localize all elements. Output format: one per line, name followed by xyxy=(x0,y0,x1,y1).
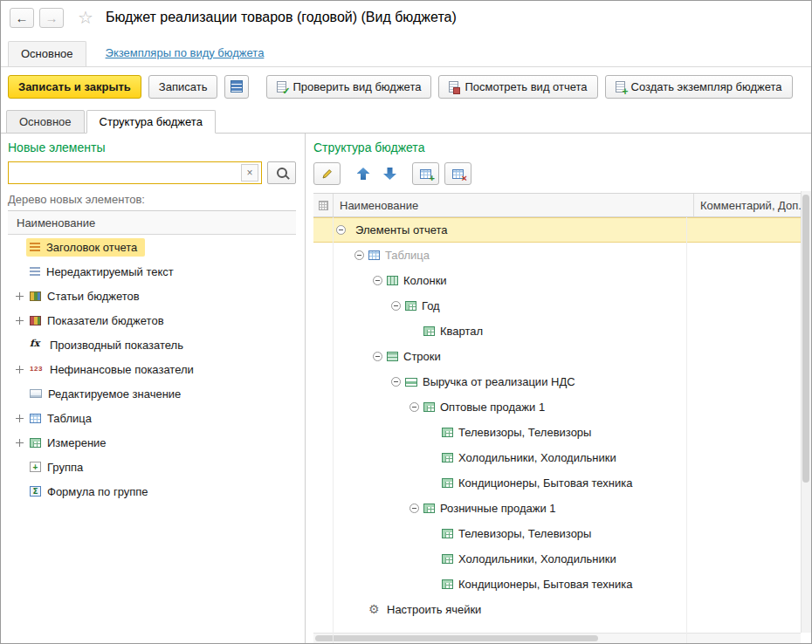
document-view-icon xyxy=(449,81,458,92)
new-elements-title: Новые элементы xyxy=(8,140,296,154)
tab-main[interactable]: Основное xyxy=(6,110,85,134)
expander-slot xyxy=(13,317,26,325)
create-instance-button[interactable]: Создать экземпляр бюджета xyxy=(605,75,793,99)
scrollbar-thumb[interactable] xyxy=(802,195,809,483)
nav-tab-main[interactable]: Основное xyxy=(8,41,86,66)
view-report-button[interactable]: Посмотреть вид отчета xyxy=(438,75,597,99)
icon-column-header[interactable] xyxy=(313,194,334,216)
favorite-star-icon[interactable]: ☆ xyxy=(78,9,93,26)
collapse-minus-icon[interactable] xyxy=(373,276,382,285)
search-input[interactable] xyxy=(14,166,237,181)
tree-caption: Дерево новых элементов: xyxy=(8,193,296,206)
tab-budget-structure[interactable]: Структура бюджета xyxy=(86,110,216,134)
new-element-item[interactable]: Показатели бюджетов xyxy=(8,308,296,332)
new-elements-table: Наименование Заголовок отчетаНередактиру… xyxy=(8,210,296,643)
scrollbar-thumb[interactable] xyxy=(315,635,598,641)
structure-tree-row[interactable]: Оптовые продажи 1 xyxy=(313,394,801,420)
expand-plus-icon[interactable] xyxy=(16,366,24,373)
structure-row-label: Выручка от реализации НДС xyxy=(423,375,575,388)
column-header-name[interactable]: Наименование xyxy=(8,211,296,235)
new-element-label: Редактируемое значение xyxy=(48,387,181,401)
new-element-item[interactable]: Группа xyxy=(8,455,296,479)
dimension-icon xyxy=(423,326,435,336)
edit-button[interactable] xyxy=(313,162,341,185)
new-element-label: Группа xyxy=(47,461,83,474)
comment-column-header[interactable]: Комментарий, Доп.инф xyxy=(694,199,801,212)
structure-tree-row[interactable]: Строки xyxy=(313,344,801,369)
new-elements-panel: Новые элементы × Дерево новых элементов:… xyxy=(1,134,303,643)
new-element-item[interactable]: Нефинансовые показатели xyxy=(8,357,296,381)
collapse-minus-icon[interactable] xyxy=(409,504,419,513)
back-button[interactable]: ← xyxy=(10,8,34,28)
expander-slot xyxy=(354,250,368,260)
expander-slot xyxy=(13,414,26,422)
budget-articles-icon xyxy=(30,291,41,301)
instances-link[interactable]: Экземпляры по виду бюджета xyxy=(106,46,265,59)
collapse-minus-icon[interactable] xyxy=(409,402,419,412)
structure-tree-row[interactable]: Таблица xyxy=(313,243,801,268)
report-bars-icon xyxy=(231,80,243,92)
expand-plus-icon[interactable] xyxy=(16,439,24,447)
add-element-button[interactable] xyxy=(412,162,439,185)
collapse-minus-icon[interactable] xyxy=(354,250,364,260)
new-element-item[interactable]: Заголовок отчета xyxy=(8,235,296,259)
structure-tree-row[interactable]: Телевизоры, Телевизоры xyxy=(313,420,801,445)
save-and-close-button[interactable]: Записать и закрыть xyxy=(8,75,141,99)
dimension-icon xyxy=(442,428,453,437)
collapse-minus-icon[interactable] xyxy=(391,377,401,387)
structure-tree-row[interactable]: Квартал xyxy=(313,319,801,344)
check-budget-view-button[interactable]: Проверить вид бюджета xyxy=(266,75,431,99)
create-instance-label: Создать экземпляр бюджета xyxy=(631,80,782,93)
delete-element-button[interactable] xyxy=(444,162,471,185)
gear-icon xyxy=(368,604,382,616)
structure-table: Наименование Комментарий, Доп.инф Элемен… xyxy=(313,193,801,643)
new-element-item[interactable]: Редактируемое значение xyxy=(8,381,296,406)
dimension-icon xyxy=(423,402,435,412)
structure-tree-row[interactable]: Элементы отчета xyxy=(313,217,801,243)
new-element-item[interactable]: Измерение xyxy=(8,430,296,455)
collapse-minus-icon[interactable] xyxy=(391,301,401,311)
structure-row-label: Телевизоры, Телевизоры xyxy=(458,426,591,439)
structure-tree-row[interactable]: Телевизоры, Телевизоры xyxy=(313,521,801,546)
reports-button[interactable] xyxy=(224,75,249,99)
dimension-icon xyxy=(30,438,41,448)
check-budget-view-label: Проверить вид бюджета xyxy=(292,80,421,93)
new-element-label: Нефинансовые показатели xyxy=(50,363,194,376)
clear-search-icon[interactable]: × xyxy=(241,164,258,182)
expand-plus-icon[interactable] xyxy=(16,317,24,325)
new-element-item[interactable]: Формула по группе xyxy=(8,479,296,504)
structure-tree-row[interactable]: Колонки xyxy=(313,268,801,293)
structure-table-header: Наименование Комментарий, Доп.инф xyxy=(313,194,801,217)
save-button[interactable]: Записать xyxy=(148,75,218,99)
expander-slot xyxy=(391,377,405,387)
structure-row-label: Год xyxy=(422,299,440,312)
new-element-item[interactable]: Производный показатель xyxy=(8,332,296,357)
structure-tree-row[interactable]: Розничные продажи 1 xyxy=(313,496,801,521)
name-column-header[interactable]: Наименование xyxy=(334,194,694,216)
search-button[interactable] xyxy=(267,161,296,184)
new-element-label: Таблица xyxy=(47,412,92,425)
structure-tree-row[interactable]: Кондиционеры, Бытовая техника xyxy=(313,572,801,597)
move-up-button[interactable] xyxy=(353,163,374,184)
expand-plus-icon[interactable] xyxy=(16,292,24,300)
structure-tree-row[interactable]: Год xyxy=(313,293,801,319)
new-element-item[interactable]: Статьи бюджетов xyxy=(8,284,296,308)
new-element-item[interactable]: Нередактируемый текст xyxy=(8,259,296,284)
horizontal-scrollbar[interactable] xyxy=(313,633,801,643)
new-element-item[interactable]: Таблица xyxy=(8,406,296,430)
structure-tree-row[interactable]: Холодильники, Холодильники xyxy=(313,445,801,470)
expander-slot xyxy=(336,225,350,235)
structure-tree-row[interactable]: Кондиционеры, Бытовая техника xyxy=(313,470,801,496)
collapse-minus-icon[interactable] xyxy=(336,225,346,235)
move-down-button[interactable] xyxy=(379,163,400,184)
forward-button[interactable]: → xyxy=(39,8,64,28)
collapse-minus-icon[interactable] xyxy=(373,352,382,361)
section-nav: Основное Экземпляры по виду бюджета xyxy=(1,34,811,67)
vertical-scrollbar[interactable] xyxy=(801,191,811,633)
structure-row-label: Кондиционеры, Бытовая техника xyxy=(458,476,632,490)
structure-row-label: Элементы отчета xyxy=(355,223,448,236)
structure-tree-row[interactable]: Холодильники, Холодильники xyxy=(313,546,801,572)
expand-plus-icon[interactable] xyxy=(16,414,24,422)
structure-tree-row[interactable]: Настроить ячейки xyxy=(313,597,801,622)
structure-tree-row[interactable]: Выручка от реализации НДС xyxy=(313,369,801,394)
